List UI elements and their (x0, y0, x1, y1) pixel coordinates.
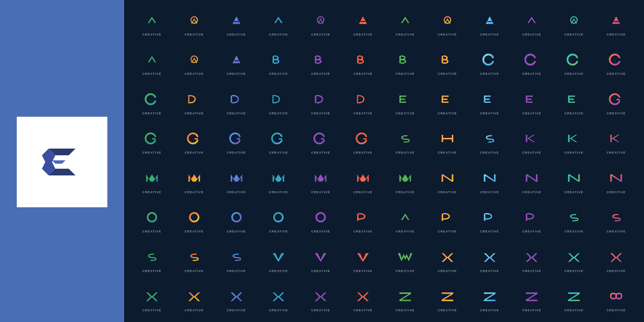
logo-label: CREATIVE (142, 151, 161, 154)
logo-cell[interactable]: CREATIVE (553, 3, 595, 43)
logo-cell[interactable]: CREATIVE (131, 279, 173, 319)
logo-cell[interactable]: CREATIVE (300, 43, 342, 83)
logo-cell[interactable]: CREATIVE (595, 3, 637, 43)
logo-cell[interactable]: CREATIVE (553, 122, 595, 161)
logo-cell[interactable]: CREATIVE (342, 240, 384, 279)
logo-cell[interactable]: CREATIVE (469, 201, 511, 240)
logo-cell[interactable]: CREATIVE (384, 240, 426, 279)
logo-cell[interactable]: CREATIVE (258, 122, 300, 161)
logo-cell[interactable]: CREATIVE (426, 201, 469, 240)
logo-cell[interactable]: CREATIVE (300, 279, 342, 319)
logo-cell[interactable]: CREATIVE (215, 161, 258, 201)
logo-cell[interactable]: CREATIVE (131, 43, 173, 83)
logo-cell[interactable]: CREATIVE (426, 240, 469, 279)
logo-cell[interactable]: CREATIVE (469, 43, 511, 83)
logo-cell[interactable]: CREATIVE (342, 82, 384, 122)
logo-cell[interactable]: CREATIVE (173, 161, 215, 201)
logo-cell[interactable]: CREATIVE (426, 82, 469, 122)
logo-cell[interactable]: CREATIVE (173, 240, 215, 279)
logo-cell[interactable]: CREATIVE (511, 161, 553, 201)
logo-cell[interactable]: CREATIVE (384, 122, 426, 161)
logo-cell[interactable]: CREATIVE (215, 43, 258, 83)
logo-cell[interactable]: CREATIVE (384, 3, 426, 43)
logo-cell[interactable]: CREATIVE (258, 240, 300, 279)
logo-cell[interactable]: CREATIVE (342, 3, 384, 43)
logo-cell[interactable]: CREATIVE (215, 122, 258, 161)
logo-cell[interactable]: CREATIVE (426, 279, 469, 319)
logo-cell[interactable]: CREATIVE (511, 240, 553, 279)
logo-cell[interactable]: CREATIVE (595, 122, 637, 161)
logo-cell[interactable]: CREATIVE (131, 3, 173, 43)
logo-cell[interactable]: CREATIVE (258, 279, 300, 319)
logo-cell[interactable]: CREATIVE (173, 3, 215, 43)
logo-cell[interactable]: CREATIVE (553, 82, 595, 122)
logo-cell[interactable]: CREATIVE (384, 161, 426, 201)
logo-cell[interactable]: CREATIVE (595, 161, 637, 201)
logo-cell[interactable]: CREATIVE (173, 201, 215, 240)
logo-cell[interactable]: CREATIVE (300, 161, 342, 201)
logo-cell[interactable]: CREATIVE (469, 3, 511, 43)
logo-cell[interactable]: CREATIVE (342, 161, 384, 201)
logo-cell[interactable]: CREATIVE (426, 43, 469, 83)
logo-cell[interactable]: CREATIVE (511, 82, 553, 122)
logo-cell[interactable]: CREATIVE (131, 161, 173, 201)
logo-cell[interactable]: CREATIVE (258, 201, 300, 240)
logo-cell[interactable]: CREATIVE (173, 279, 215, 319)
logo-cell[interactable]: CREATIVE (131, 201, 173, 240)
logo-cell[interactable]: CREATIVE (258, 161, 300, 201)
logo-cell[interactable]: CREATIVE (258, 3, 300, 43)
logo-cell[interactable]: CREATIVE (215, 240, 258, 279)
logo-cell[interactable]: CREATIVE (342, 201, 384, 240)
logo-label: CREATIVE (184, 33, 204, 36)
logo-label: CREATIVE (269, 33, 288, 36)
logo-cell[interactable]: CREATIVE (342, 279, 384, 319)
logo-cell[interactable]: CREATIVE (384, 82, 426, 122)
logo-cell[interactable]: CREATIVE (384, 201, 426, 240)
logo-cell[interactable]: CREATIVE (300, 3, 342, 43)
logo-cell[interactable]: CREATIVE (469, 82, 511, 122)
logo-cell[interactable]: CREATIVE (469, 240, 511, 279)
logo-cell[interactable]: CREATIVE (384, 279, 426, 319)
logo-cell[interactable]: CREATIVE (384, 43, 426, 83)
logo-cell[interactable]: CREATIVE (553, 201, 595, 240)
logo-cell[interactable]: CREATIVE (553, 279, 595, 319)
logo-cell[interactable]: CREATIVE (258, 43, 300, 83)
logo-cell[interactable]: CREATIVE (511, 3, 553, 43)
svg-rect-37 (357, 56, 359, 63)
logo-cell[interactable]: CREATIVE (215, 3, 258, 43)
logo-cell[interactable]: CREATIVE (469, 122, 511, 161)
logo-cell[interactable]: CREATIVE (469, 161, 511, 201)
logo-cell[interactable]: CREATIVE (595, 240, 637, 279)
logo-cell[interactable]: CREATIVE (342, 43, 384, 83)
logo-cell[interactable]: CREATIVE (173, 82, 215, 122)
logo-cell[interactable]: CREATIVE (595, 279, 637, 319)
logo-cell[interactable]: CREATIVE (342, 122, 384, 161)
logo-cell[interactable]: CREATIVE (553, 43, 595, 83)
logo-cell[interactable]: CREATIVE (553, 161, 595, 201)
logo-cell[interactable]: CREATIVE (426, 161, 469, 201)
logo-cell[interactable]: CREATIVE (511, 122, 553, 161)
logo-cell[interactable]: CREATIVE (258, 82, 300, 122)
logo-cell[interactable]: CREATIVE (511, 43, 553, 83)
logo-cell[interactable]: CREATIVE (131, 240, 173, 279)
logo-cell[interactable]: CREATIVE (215, 279, 258, 319)
logo-cell[interactable]: CREATIVE (511, 201, 553, 240)
logo-cell[interactable]: CREATIVE (426, 3, 469, 43)
logo-cell[interactable]: CREATIVE (595, 82, 637, 122)
logo-cell[interactable]: CREATIVE (426, 122, 469, 161)
logo-cell[interactable]: CREATIVE (300, 240, 342, 279)
logo-cell[interactable]: CREATIVE (511, 279, 553, 319)
logo-cell[interactable]: CREATIVE (215, 82, 258, 122)
logo-cell[interactable]: CREATIVE (300, 82, 342, 122)
logo-cell[interactable]: CREATIVE (131, 82, 173, 122)
logo-cell[interactable]: CREATIVE (300, 201, 342, 240)
logo-cell[interactable]: CREATIVE (553, 240, 595, 279)
logo-cell[interactable]: CREATIVE (300, 122, 342, 161)
logo-cell[interactable]: CREATIVE (173, 122, 215, 161)
logo-cell[interactable]: CREATIVE (131, 122, 173, 161)
logo-cell[interactable]: CREATIVE (215, 201, 258, 240)
logo-cell[interactable]: CREATIVE (595, 201, 637, 240)
logo-cell[interactable]: CREATIVE (173, 43, 215, 83)
logo-cell[interactable]: CREATIVE (595, 43, 637, 83)
logo-cell[interactable]: CREATIVE (469, 279, 511, 319)
